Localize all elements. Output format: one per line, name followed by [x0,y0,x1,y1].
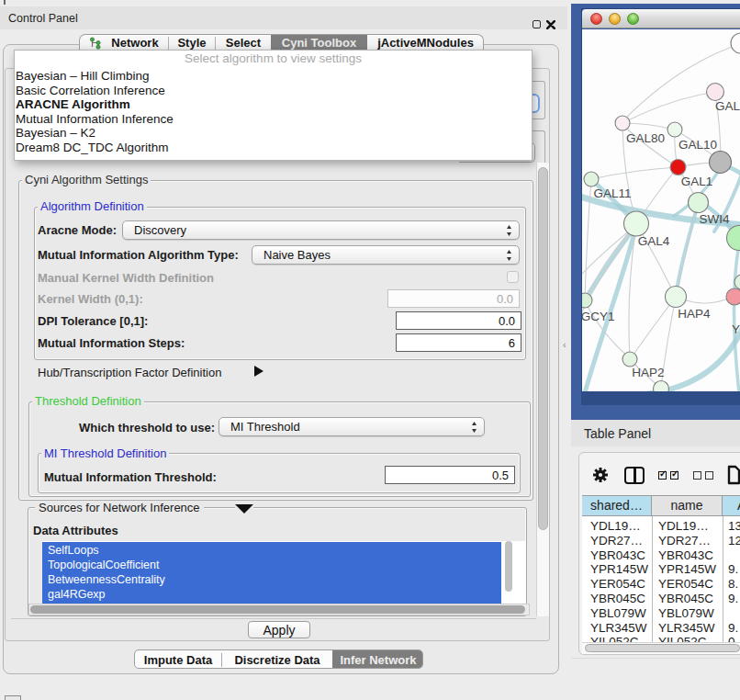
svg-text:GAL10: GAL10 [678,138,717,152]
svg-text:HAP2: HAP2 [632,366,664,379]
svg-text:GCY1: GCY1 [582,310,614,323]
svg-text:GAL4: GAL4 [638,234,670,248]
svg-text:GAL80: GAL80 [626,131,665,145]
svg-text:YEL: YEL [732,322,740,336]
svg-text:GAL11: GAL11 [593,186,631,200]
svg-text:SWI4: SWI4 [699,212,729,226]
svg-text:GAL1: GAL1 [681,175,713,188]
svg-text:GAL2: GAL2 [715,99,740,113]
svg-text:HAP4: HAP4 [678,307,711,321]
